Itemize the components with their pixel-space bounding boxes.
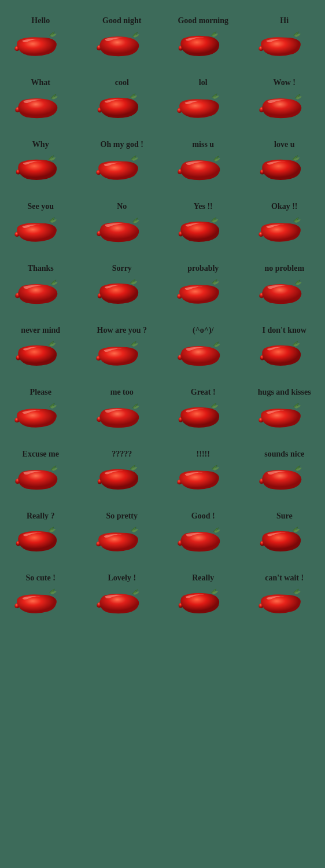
sticker-label: Good night [102,16,141,25]
sticker-item[interactable]: Really ? [0,501,82,563]
sticker-item[interactable]: sounds nice [244,439,326,501]
sticker-item[interactable]: Good ! [162,501,244,563]
sticker-item[interactable]: no problem [244,253,326,315]
sticker-item[interactable]: Wow ! [244,68,326,130]
sticker-label: love u [274,140,294,149]
sticker-label: Really ? [27,512,55,521]
pepper-image [93,155,151,181]
sticker-label: Lovely ! [108,573,136,583]
pepper-image [12,93,69,119]
sticker-item[interactable]: Please [0,377,82,439]
sticker-item[interactable]: love u [244,130,326,192]
sticker-item[interactable]: (^o^)/ [162,315,244,377]
sticker-item[interactable]: ????? [82,439,163,501]
pepper-image [93,93,151,119]
sticker-item[interactable]: Excuse me [0,439,82,501]
pepper-image [12,527,69,553]
sticker-label: Good morning [178,16,228,25]
pepper-image [93,217,151,243]
sticker-label: I don't know [263,326,306,335]
sticker-item[interactable]: So cute ! [0,563,82,625]
sticker-label: ????? [112,450,132,459]
sticker-item[interactable]: miss u [162,130,244,192]
sticker-item[interactable]: can't wait ! [244,563,326,625]
sticker-label: Why [32,140,49,149]
sticker-item[interactable]: cool [82,68,163,130]
pepper-image [256,527,313,553]
pepper-image [12,465,69,491]
sticker-item[interactable]: Sorry [82,253,163,315]
sticker-item[interactable]: See you [0,192,82,253]
sticker-label: See you [28,202,54,211]
sticker-item[interactable]: hugs and kisses [244,377,326,439]
sticker-item[interactable]: Yes !! [162,192,244,253]
sticker-item[interactable]: Thanks [0,253,82,315]
pepper-image [93,403,151,429]
sticker-item[interactable]: Hi [244,6,326,68]
sticker-label: Hi [280,16,289,25]
sticker-item[interactable]: Really [162,563,244,625]
pepper-image [256,155,313,181]
sticker-item[interactable]: lol [162,68,244,130]
sticker-item[interactable]: Sure [244,501,326,563]
sticker-label: So pretty [106,512,138,521]
pepper-image [256,31,313,57]
pepper-image [256,589,313,615]
pepper-image [174,527,232,553]
pepper-image [174,217,232,243]
sticker-item[interactable]: Oh my god ! [82,130,163,192]
sticker-item[interactable]: So pretty [82,501,163,563]
pepper-image [12,341,69,367]
sticker-label: !!!!! [197,450,210,459]
sticker-item[interactable]: What [0,68,82,130]
sticker-label: hugs and kisses [258,388,311,397]
pepper-image [256,465,313,491]
sticker-label: What [31,78,50,87]
sticker-label: Thanks [28,264,54,273]
sticker-label: sounds nice [264,450,304,459]
sticker-item[interactable]: probably [162,253,244,315]
pepper-image [12,217,69,243]
sticker-label: Wow ! [274,78,296,87]
pepper-image [256,403,313,429]
pepper-image [93,589,151,615]
sticker-label: Really [192,573,214,583]
sticker-label: can't wait ! [265,573,304,583]
sticker-label: Okay !! [271,202,298,211]
pepper-image [174,93,232,119]
sticker-item[interactable]: Lovely ! [82,563,163,625]
sticker-label: Great ! [191,388,216,397]
sticker-item[interactable]: never mind [0,315,82,377]
sticker-item[interactable]: !!!!! [162,439,244,501]
sticker-label: So cute ! [26,573,56,583]
sticker-label: Yes !! [194,202,213,211]
sticker-item[interactable]: How are you ? [82,315,163,377]
sticker-item[interactable]: Why [0,130,82,192]
pepper-image [256,93,313,119]
sticker-item[interactable]: Good night [82,6,163,68]
sticker-item[interactable]: I don't know [244,315,326,377]
sticker-label: No [117,202,127,211]
sticker-label: cool [115,78,129,87]
sticker-item[interactable]: Okay !! [244,192,326,253]
sticker-label: probably [187,264,219,273]
sticker-label: never mind [21,326,60,335]
sticker-label: me too [110,388,134,397]
sticker-label: Please [30,388,51,397]
pepper-image [12,403,69,429]
sticker-label: Sure [276,512,293,521]
pepper-image [174,279,232,305]
sticker-item[interactable]: No [82,192,163,253]
pepper-image [12,31,69,57]
pepper-image [174,341,232,367]
sticker-label: How are you ? [97,326,147,335]
sticker-item[interactable]: Great ! [162,377,244,439]
sticker-item[interactable]: me too [82,377,163,439]
sticker-label: (^o^)/ [193,326,213,335]
sticker-label: no problem [264,264,304,273]
sticker-label: Oh my god ! [101,140,143,149]
pepper-image [93,31,151,57]
sticker-item[interactable]: Hello [0,6,82,68]
sticker-item[interactable]: Good morning [162,6,244,68]
pepper-image [256,341,313,367]
